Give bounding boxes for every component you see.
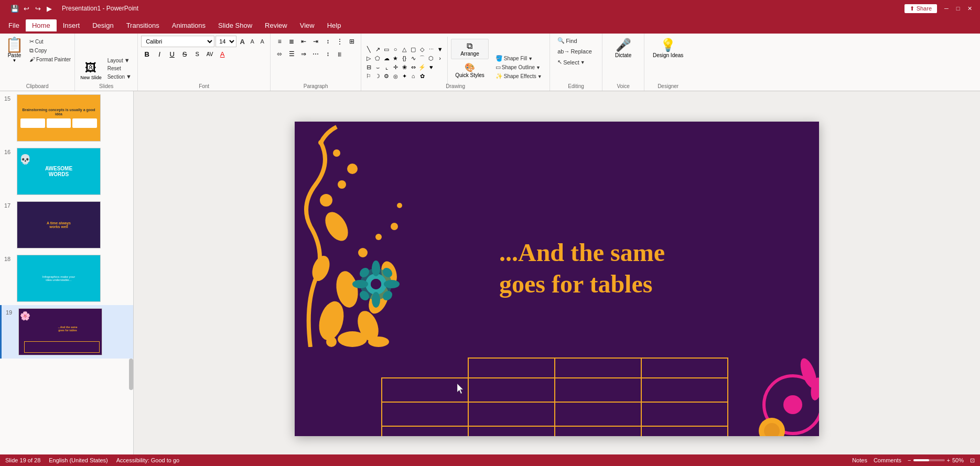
present-button[interactable]: ▶ [44,3,55,14]
arrange-button[interactable]: ⧉ Arrange [451,39,489,59]
save-button[interactable]: 💾 [9,3,20,14]
menu-file[interactable]: File [2,19,26,31]
shape-outline-button[interactable]: ▭ Shape Outline ▼ [494,63,544,71]
align-right-button[interactable]: ⇒ [298,48,309,60]
shape-fill-button[interactable]: 🪣 Shape Fill ▼ [494,55,544,62]
copy-button[interactable]: ⧉ Copy [28,47,72,55]
shape-arc[interactable]: ⌒ [418,54,426,62]
font-size-select[interactable]: 14 [216,36,236,47]
menu-design[interactable]: Design [86,19,120,31]
minimize-button[interactable]: ─ [942,4,951,13]
format-painter-button[interactable]: 🖌 Format Painter [28,56,72,63]
quick-styles-button[interactable]: 🎨 Quick Styles [451,60,489,80]
zoom-out-button[interactable]: − [908,457,911,463]
shape-custom1[interactable]: ⌂ [409,72,417,80]
clear-format-button[interactable]: A [257,36,267,47]
menu-review[interactable]: Review [259,19,294,31]
text-shadow-button[interactable]: S [191,48,203,60]
font-color-button[interactable]: A [217,48,228,60]
shape-star[interactable]: ★ [391,54,400,62]
shape-cross[interactable]: ✛ [391,63,400,71]
layout-button[interactable]: Layout ▼ [106,57,133,64]
bold-button[interactable]: B [141,48,153,60]
increase-font-button[interactable]: A [238,36,247,47]
shape-bracket[interactable]: {} [400,54,408,62]
dec-indent-button[interactable]: ⇤ [298,36,309,47]
menu-home[interactable]: Home [26,19,57,31]
shape-custom2[interactable]: ✿ [418,72,426,80]
reset-button[interactable]: Reset [106,65,133,72]
menu-view[interactable]: View [294,19,321,31]
menu-insert[interactable]: Insert [57,19,87,31]
numbered-button[interactable]: ≣ [286,36,297,47]
zoom-slider[interactable] [913,459,945,461]
slide-thumb-16[interactable]: AWESOMEWORDS 💀 [17,148,101,195]
close-button[interactable]: ✕ [965,4,974,13]
slide-item-15[interactable]: 15 Brainstorming concepts is usually a g… [0,91,133,145]
slide-thumb-19[interactable]: 🌸 ...And the samegoes for tables [18,308,102,355]
notes-button[interactable]: Notes [852,457,867,463]
shape-rtarrow[interactable]: ▷ [364,54,373,62]
shape-rect[interactable]: ▭ [382,45,391,53]
shape-brace[interactable]: ⌣ [373,63,382,71]
menu-slideshow[interactable]: Slide Show [212,19,259,31]
font-family-select[interactable]: Calibri [141,36,214,47]
shape-effects-button[interactable]: ✨ Shape Effects ▼ [494,72,544,80]
shape-more[interactable]: ⋯ [427,45,435,53]
select-dropdown[interactable]: ▼ [580,60,585,65]
section-button[interactable]: Section ▼ [106,73,133,80]
find-button[interactable]: 🔍 Find [554,36,598,46]
shape-wave[interactable]: ∿ [409,54,417,62]
shape-heart[interactable]: ♥ [427,63,435,71]
menu-help[interactable]: Help [321,19,348,31]
replace-button[interactable]: ab→ Replace [554,47,598,56]
select-button[interactable]: ↖ Select ▼ [554,57,598,67]
shape-lightning[interactable]: ⚡ [418,63,426,71]
design-ideas-button[interactable]: 💡 Design Ideas [651,36,685,69]
cut-button[interactable]: ✂ Cut [28,38,72,46]
shape-medal[interactable]: ✦ [400,72,408,80]
shape-arrow[interactable]: ↗ [373,45,382,53]
shape-flower[interactable]: ❀ [400,63,408,71]
columns-button[interactable]: ⫼ [334,48,346,60]
zoom-in-button[interactable]: + [947,457,950,463]
shape-ring[interactable]: ◎ [391,72,400,80]
align-center-button[interactable]: ☰ [286,48,297,60]
paste-button[interactable]: 📋 Paste ▼ [2,36,27,89]
strikethrough-button[interactable]: S [179,48,190,60]
menu-transitions[interactable]: Transitions [120,19,166,31]
shape-pentagon[interactable]: ⬠ [373,54,382,62]
underline-button[interactable]: U [166,48,178,60]
slide-item-19[interactable]: 19 🌸 ...And the samegoes for tables [0,305,133,359]
slide-item-18[interactable]: 18 Infographics make youridea understabl… [0,252,133,305]
shape-moon[interactable]: ☽ [373,72,382,80]
shape-triangle[interactable]: △ [400,45,408,53]
slide-editor[interactable]: ...And the same goes for tables [134,91,980,466]
slide-item-17[interactable]: 17 A time alwaysworks well [0,198,133,252]
justify-button[interactable]: ⋯ [310,48,321,60]
shape-gear[interactable]: ⚙ [382,72,391,80]
shape-curly[interactable]: ⌞ [382,63,391,71]
fit-page-button[interactable]: ⊡ [970,457,975,464]
italic-button[interactable]: I [154,48,165,60]
shapes-expand[interactable]: ▼ [436,45,444,53]
redo-button[interactable]: ↪ [33,3,43,14]
shape-fill-dropdown[interactable]: ▼ [528,56,533,61]
slide-thumb-17[interactable]: A time alwaysworks well [17,201,101,248]
inc-indent-button[interactable]: ⇥ [310,36,321,47]
share-button[interactable]: ⬆ Share [904,4,937,13]
shape-cloud[interactable]: ☁ [382,54,391,62]
shape-hex[interactable]: ⬡ [427,54,435,62]
shape-double-arrow[interactable]: ⇔ [409,63,417,71]
slide-item-16[interactable]: 16 AWESOMEWORDS 💀 [0,145,133,198]
shape-effects-dropdown[interactable]: ▼ [537,74,542,79]
slide-canvas[interactable]: ...And the same goes for tables [295,122,819,436]
text-direction-button[interactable]: ↕ [322,36,333,47]
shape-oval[interactable]: ○ [391,45,400,53]
shape-chevron[interactable]: › [436,54,444,62]
slide-table-container[interactable] [381,357,728,436]
shape-eq[interactable]: ⊟ [364,63,373,71]
bullets-button[interactable]: ≡ [274,36,285,47]
shape-rounded-rect[interactable]: ▢ [409,45,417,53]
smartart-button[interactable]: ⊞ [346,36,358,47]
